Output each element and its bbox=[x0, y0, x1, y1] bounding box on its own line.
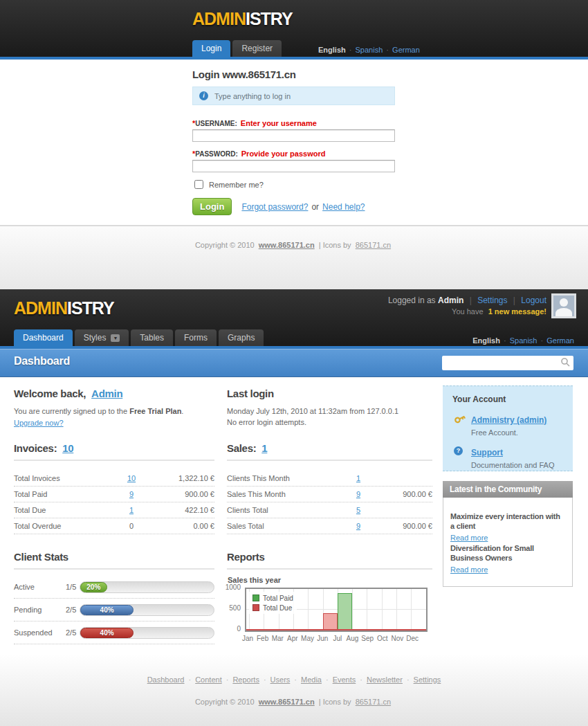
language-spanish[interactable]: Spanish bbox=[510, 336, 538, 345]
forgot-password-link[interactable]: Forgot password? bbox=[241, 202, 308, 212]
login-page: ADMINISTRY Login Register English · Span… bbox=[0, 0, 588, 289]
language-spanish[interactable]: Spanish bbox=[356, 46, 383, 54]
username-hint: Enter your username bbox=[241, 119, 317, 127]
tab-dashboard[interactable]: Dashboard bbox=[14, 329, 73, 349]
separator: | bbox=[470, 296, 472, 305]
logged-in-as-text: Logged in as bbox=[388, 296, 436, 305]
footer-nav-settings[interactable]: Settings bbox=[414, 675, 441, 684]
username-label-text: USERNAME: bbox=[195, 120, 237, 127]
screen: ADMINISTRY Login Register English · Span… bbox=[0, 0, 588, 726]
invoices-count-link[interactable]: 10 bbox=[62, 442, 73, 454]
row-count-link[interactable]: 1 bbox=[111, 506, 152, 514]
legend-swatch bbox=[252, 604, 259, 611]
avatar[interactable] bbox=[551, 293, 576, 318]
language-german[interactable]: German bbox=[546, 336, 574, 345]
help-icon: ? bbox=[454, 446, 463, 455]
row-count-link[interactable]: 9 bbox=[338, 490, 379, 498]
row-count-link[interactable]: 5 bbox=[338, 506, 379, 514]
tab-forms[interactable]: Forms bbox=[175, 329, 217, 346]
footer-nav-newsletter[interactable]: Newsletter bbox=[367, 675, 403, 684]
current-username: Admin bbox=[438, 296, 463, 305]
password-input[interactable] bbox=[192, 160, 395, 172]
sales-count-link[interactable]: 1 bbox=[261, 442, 267, 454]
footer-nav-content[interactable]: Content bbox=[195, 675, 222, 684]
footer-nav-dashboard[interactable]: Dashboard bbox=[147, 675, 185, 684]
last-login-heading: Last login bbox=[227, 388, 274, 399]
your-account-title: Your Account bbox=[452, 394, 563, 404]
table-row: Total Due 1 422.10 € bbox=[14, 502, 214, 518]
info-banner: i Type anything to log in bbox=[192, 87, 395, 105]
site-link[interactable]: www.865171.cn bbox=[259, 698, 315, 706]
row-count-link[interactable]: 1 bbox=[338, 474, 379, 482]
search-icon[interactable] bbox=[558, 357, 572, 370]
last-login-text: Monday July 12th, 2010 at 11:32am from 1… bbox=[227, 406, 398, 428]
progress-bar-fill: 40% bbox=[80, 605, 134, 615]
username-input[interactable] bbox=[192, 129, 395, 142]
info-icon: i bbox=[199, 91, 208, 100]
row-count-link[interactable]: 9 bbox=[111, 490, 152, 498]
icons-credit-link[interactable]: 865171.cn bbox=[356, 698, 391, 706]
row-label: Sales This Month bbox=[227, 490, 338, 498]
footer-nav-reports[interactable]: Reports bbox=[232, 675, 259, 684]
support-link[interactable]: Support bbox=[471, 448, 503, 457]
tab-tables[interactable]: Tables bbox=[131, 329, 173, 346]
footer-nav-events[interactable]: Events bbox=[333, 675, 356, 684]
footer-nav-media[interactable]: Media bbox=[301, 675, 322, 684]
chart-legend: Total PaidTotal Due bbox=[249, 592, 297, 614]
site-link[interactable]: www.865171.cn bbox=[259, 241, 315, 249]
copyright: Copyright © 2010 www.865171.cn | Icons b… bbox=[0, 698, 588, 706]
table-row: Total Invoices 10 1,322.10 € bbox=[14, 471, 214, 487]
administry-admin-link[interactable]: Administry (admin) bbox=[471, 415, 546, 425]
stat-ratio: 1/5 bbox=[66, 583, 80, 591]
community-post-title: Diversification for Small Business Owner… bbox=[450, 543, 565, 563]
dashboard-footer: Dashboard·Content·Reports·Users·Media·Ev… bbox=[0, 654, 588, 726]
account-item: Administry (admin) Free Account. bbox=[452, 413, 563, 437]
stat-label: Suspended bbox=[14, 628, 66, 637]
account-item-subtext: Free Account. bbox=[471, 428, 563, 437]
legend-label: Total Paid bbox=[263, 595, 293, 602]
account-item: ? Support Documentation and FAQ bbox=[452, 446, 563, 469]
upgrade-link[interactable]: Upgrade now? bbox=[14, 419, 64, 427]
new-message-link[interactable]: 1 new message! bbox=[488, 307, 546, 316]
community-box-body: Maximize every interaction with a client… bbox=[443, 498, 573, 587]
user-bar: Logged in as Admin | Settings | Logout bbox=[388, 296, 546, 305]
community-box-title: Latest in the Community bbox=[443, 481, 573, 498]
chevron-down-icon: ▼ bbox=[111, 334, 120, 342]
login-footer: Copyright © 2010 www.865171.cn | Icons b… bbox=[0, 226, 588, 289]
tab-graphs[interactable]: Graphs bbox=[219, 329, 264, 346]
language-german[interactable]: German bbox=[392, 46, 420, 54]
tab-styles[interactable]: Styles▼ bbox=[75, 329, 129, 346]
search-input[interactable] bbox=[442, 357, 558, 369]
need-help-link[interactable]: Need help? bbox=[322, 202, 365, 212]
avatar-silhouette bbox=[555, 308, 572, 318]
login-button[interactable]: Login bbox=[192, 198, 232, 215]
row-count-link[interactable]: 10 bbox=[111, 474, 152, 482]
icons-by-text: | Icons by bbox=[319, 698, 351, 706]
table-row: Sales This Month 9 900.00 € bbox=[227, 487, 432, 502]
remember-checkbox[interactable] bbox=[194, 180, 203, 189]
welcome-heading: Welcome back, Admin bbox=[14, 388, 122, 399]
settings-link[interactable]: Settings bbox=[477, 296, 507, 305]
dashboard-footer-nav: Dashboard·Content·Reports·Users·Media·Ev… bbox=[0, 654, 588, 684]
icons-credit-link[interactable]: 865171.cn bbox=[356, 241, 391, 249]
remember-label: Remember me? bbox=[209, 181, 264, 189]
login-tab[interactable]: Login bbox=[192, 40, 230, 60]
register-tab[interactable]: Register bbox=[232, 40, 282, 57]
tab-styles-label: Styles bbox=[84, 333, 107, 343]
read-more-link[interactable]: Read more bbox=[450, 534, 488, 542]
row-label: Total Invoices bbox=[14, 474, 111, 482]
plan-text-prefix: You are currently signed up to the bbox=[14, 407, 127, 415]
main-nav-tabs: Dashboard Styles▼ Tables Forms Graphs bbox=[14, 329, 264, 349]
separator: · bbox=[360, 675, 362, 684]
remember-me-group: Remember me? bbox=[194, 180, 264, 189]
chart-legend-item: Total Paid bbox=[252, 593, 293, 603]
sales-heading-text: Sales: bbox=[227, 442, 256, 454]
logout-link[interactable]: Logout bbox=[521, 296, 546, 305]
footer-nav-users[interactable]: Users bbox=[270, 675, 291, 684]
stat-ratio: 2/5 bbox=[66, 628, 80, 637]
admin-profile-link[interactable]: Admin bbox=[91, 388, 122, 399]
sales-chart: 05001000 Total PaidTotal Due JanFebMarAp… bbox=[227, 583, 432, 647]
chart-y-tick-label: 0 bbox=[237, 626, 241, 633]
row-count-link[interactable]: 9 bbox=[338, 522, 379, 530]
read-more-link[interactable]: Read more bbox=[450, 565, 488, 574]
